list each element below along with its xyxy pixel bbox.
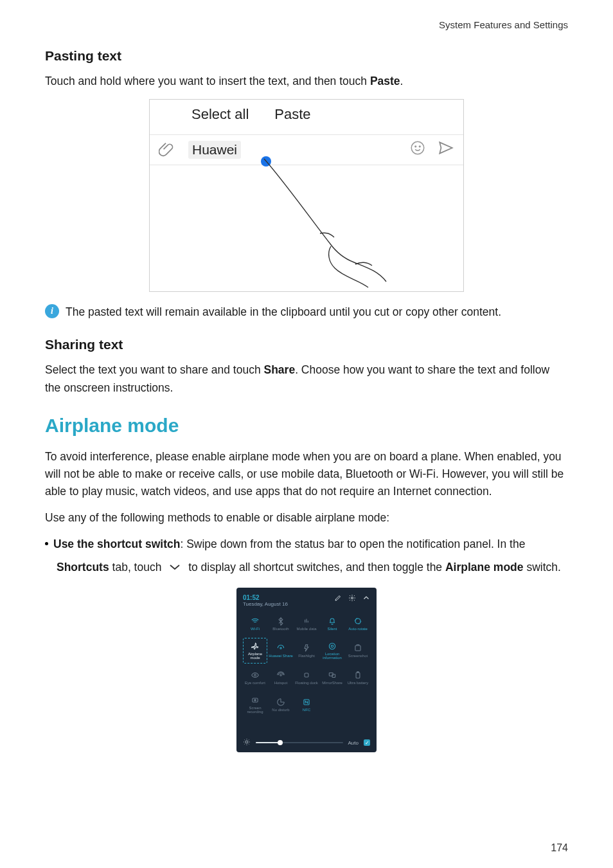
- rec-icon: [251, 696, 260, 705]
- shortcut-tile[interactable]: Bluetooth: [269, 611, 293, 637]
- svg-point-4: [355, 619, 360, 624]
- mirror-icon: [328, 671, 337, 680]
- pasting-body: Touch and hold where you want to insert …: [45, 73, 568, 90]
- panel-time: 01:52: [243, 594, 288, 601]
- send-icon[interactable]: [438, 140, 454, 159]
- brightness-slider[interactable]: [256, 742, 343, 743]
- shortcut-tile[interactable]: NFC: [294, 692, 319, 718]
- shortcut-tile-label: Auto-rotate: [348, 627, 368, 631]
- shortcut-tile[interactable]: Mobile data: [294, 611, 319, 637]
- plane-icon: [251, 642, 260, 651]
- shortcut-tile-label: Screenshot: [348, 654, 368, 658]
- bullet1-rest: : Swipe down from the status bar to open…: [180, 538, 525, 550]
- chevron-down-icon: [168, 557, 181, 579]
- auto-brightness-checkbox[interactable]: ✓: [364, 739, 370, 746]
- shortcut-tile-label: Airplane mode: [244, 652, 267, 660]
- heading-sharing-text: Sharing text: [45, 337, 568, 352]
- gear-icon[interactable]: [348, 594, 356, 603]
- sharing-body: Select the text you want to share and to…: [45, 361, 568, 396]
- notification-panel-screenshot: 01:52 Tuesday, August 16 Wi-FiBluetoothM…: [236, 588, 377, 752]
- shortcut-tile-label: No disturb: [272, 708, 289, 712]
- shortcut-tile[interactable]: Flashlight: [294, 638, 319, 664]
- shortcut-tiles-grid: Wi-FiBluetoothMobile dataSilentAuto-rota…: [243, 611, 370, 718]
- shortcut-tile-label: Screen recording: [243, 706, 267, 714]
- bullet1-line2: Shortcuts tab, touch to display all shor…: [57, 557, 568, 579]
- svg-point-6: [331, 646, 333, 648]
- bullet1-mid: tab, touch: [109, 561, 165, 574]
- shortcut-tile-label: Mobile data: [296, 627, 316, 631]
- text-input[interactable]: Huawei: [188, 141, 241, 159]
- rotate-icon: [353, 617, 362, 626]
- airplane-para2: Use any of the following methods to enab…: [45, 509, 568, 527]
- bt-icon: [276, 617, 285, 626]
- shortcut-tile[interactable]: Screen recording: [243, 692, 267, 718]
- pasting-body-bold: Paste: [370, 75, 400, 87]
- shortcut-tile[interactable]: Airplane mode: [243, 638, 267, 664]
- shortcut-tile[interactable]: Huawei Share: [269, 638, 293, 664]
- svg-point-5: [280, 647, 281, 649]
- shortcut-tile-label: Ultra battery: [348, 681, 369, 685]
- svg-rect-11: [305, 673, 308, 677]
- info-note: i The pasted text will remain available …: [45, 303, 568, 320]
- batt-icon: [353, 671, 362, 680]
- info-icon: i: [45, 304, 59, 318]
- shortcut-tile[interactable]: Wi-Fi: [243, 611, 267, 637]
- shortcut-tile[interactable]: Auto-rotate: [346, 611, 370, 637]
- heading-airplane-mode: Airplane mode: [45, 415, 568, 437]
- page-number: 174: [551, 842, 568, 854]
- data-icon: [302, 617, 311, 626]
- wifi-icon: [251, 617, 260, 626]
- shortcut-tile-label: Eye comfort: [245, 681, 265, 685]
- shortcut-tile-label: Huawei Share: [269, 654, 293, 658]
- info-text: The pasted text will remain available in…: [66, 303, 501, 320]
- shortcut-tile-label: Location information: [320, 652, 344, 660]
- svg-point-17: [254, 700, 256, 701]
- airplane-para1: To avoid interference, please enable air…: [45, 448, 568, 500]
- shortcut-tile[interactable]: Screenshot: [346, 638, 370, 664]
- chevron-up-icon[interactable]: [362, 594, 370, 603]
- emoji-icon[interactable]: [409, 140, 426, 159]
- sharing-body-pre: Select the text you want to share and to…: [45, 363, 264, 376]
- auto-brightness-label: Auto: [348, 740, 359, 746]
- svg-point-0: [411, 141, 424, 154]
- svg-rect-8: [355, 646, 360, 651]
- bullet1-airplane-bold: Airplane mode: [445, 561, 524, 574]
- shortcut-tile[interactable]: Hotspot: [269, 665, 293, 691]
- shortcut-tile[interactable]: Silent: [320, 611, 344, 637]
- svg-point-9: [254, 674, 256, 676]
- svg-point-3: [351, 597, 353, 599]
- share-icon: [276, 644, 285, 653]
- shortcut-tile[interactable]: Location information: [320, 638, 344, 664]
- shortcut-tile[interactable]: No disturb: [269, 692, 293, 718]
- shortcut-tile-label: NFC: [303, 708, 310, 712]
- dnd-icon: [276, 698, 285, 707]
- nfc-icon: [302, 698, 311, 707]
- shortcut-tile-label: Wi-Fi: [251, 627, 260, 631]
- attach-icon[interactable]: [159, 140, 175, 159]
- bullet1-rest2: to display all shortcut switches, and th…: [185, 561, 445, 574]
- svg-point-7: [329, 644, 335, 649]
- shot-icon: [353, 644, 362, 653]
- loc-icon: [328, 642, 337, 651]
- shortcut-tile[interactable]: Eye comfort: [243, 665, 267, 691]
- shortcut-tile[interactable]: MirrorShare: [320, 665, 344, 691]
- svg-point-1: [415, 146, 416, 147]
- breadcrumb: System Features and Settings: [45, 19, 568, 30]
- bullet1-end: switch.: [524, 561, 561, 574]
- pasting-body-pre: Touch and hold where you want to insert …: [45, 75, 370, 87]
- shortcut-tile[interactable]: Ultra battery: [346, 665, 370, 691]
- eye-icon: [251, 671, 260, 680]
- heading-pasting-text: Pasting text: [45, 48, 568, 64]
- svg-rect-15: [357, 672, 359, 673]
- paste-menu-item[interactable]: Paste: [274, 106, 310, 123]
- edit-icon[interactable]: [334, 594, 342, 603]
- shortcut-tile-label: Bluetooth: [272, 627, 289, 631]
- select-all-menu-item[interactable]: Select all: [191, 106, 249, 123]
- flash-icon: [302, 644, 311, 653]
- pasting-body-post: .: [400, 75, 404, 87]
- shortcut-tile-label: MirrorShare: [322, 681, 342, 685]
- svg-rect-14: [356, 673, 360, 678]
- shortcut-tile[interactable]: Floating dock: [294, 665, 319, 691]
- svg-point-19: [245, 741, 248, 743]
- hotspot-icon: [276, 671, 285, 680]
